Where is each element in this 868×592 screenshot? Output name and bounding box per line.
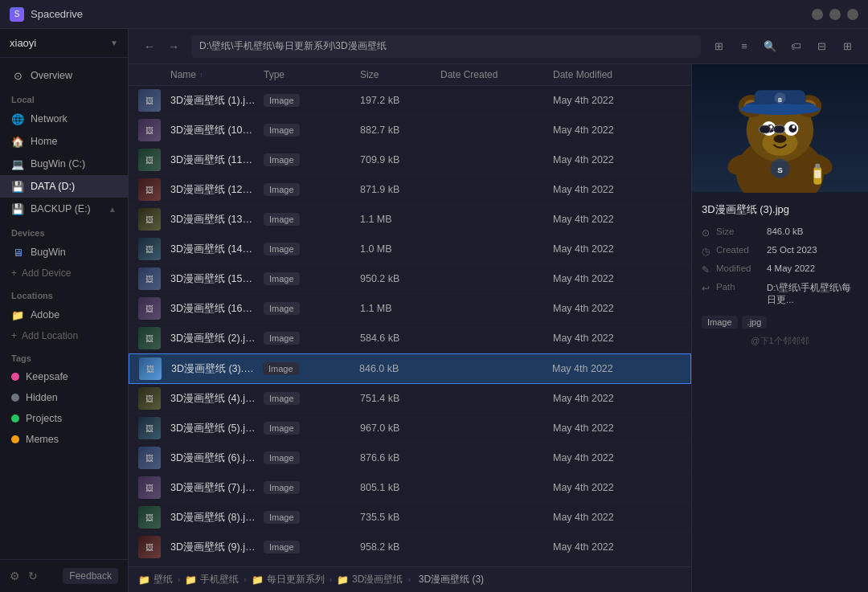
file-date-modified: May 4th 2022 <box>553 303 682 314</box>
table-row[interactable]: 🖼 3D漫画壁纸 (15).jpg Image 950.2 kB May 4th… <box>129 264 691 294</box>
file-date-modified: May 4th 2022 <box>553 214 682 225</box>
file-date-modified: May 4th 2022 <box>553 452 682 463</box>
svg-rect-29 <box>814 170 821 178</box>
sidebar-item-bugwin-c[interactable]: 💻 BugWin (C:) <box>0 153 128 175</box>
forward-button[interactable]: → <box>162 35 185 58</box>
add-device-button[interactable]: + Add Device <box>0 263 128 283</box>
sidebar-item-hidden[interactable]: Hidden <box>0 387 128 408</box>
breadcrumb-item[interactable]: 3D漫画壁纸 (3) <box>416 573 484 586</box>
feedback-button[interactable]: Feedback <box>63 568 118 584</box>
table-row[interactable]: 🖼 3D漫画壁纸 (14).jpg Image 1.0 MB May 4th 2… <box>129 235 691 264</box>
network-icon: 🌐 <box>11 112 24 125</box>
tag-button[interactable]: 🏷 <box>784 35 807 58</box>
titlebar-controls[interactable]: ─ □ ✕ <box>812 9 858 20</box>
main-content: ← → D:\壁纸\手机壁纸\每日更新系列\3D漫画壁纸 ⊞ ≡ 🔍 🏷 ⊟ ⊞ <box>129 29 868 592</box>
list-view-button[interactable]: ≡ <box>733 35 755 58</box>
meta-path-row: ↩ Path D:\壁纸\手机壁纸\每日更... <box>702 282 858 306</box>
file-type: Image <box>264 423 360 434</box>
breadcrumb-label: 3D漫画壁纸 (3) <box>419 573 484 586</box>
preview-image-container: B <box>692 64 868 193</box>
breadcrumb-label: 每日更新系列 <box>267 573 325 586</box>
breadcrumb-folder-icon: 📁 <box>337 574 349 586</box>
table-row[interactable]: 🖼 3D漫画壁纸 (2).jpg Image 584.6 kB May 4th … <box>129 324 691 353</box>
breadcrumb-label: 壁纸 <box>154 573 173 586</box>
breadcrumb-item[interactable]: 📁3D漫画壁纸 <box>337 573 403 586</box>
file-date-modified: May 4th 2022 <box>552 363 681 374</box>
filter-button[interactable]: ⊟ <box>810 35 833 58</box>
sidebar-item-bugwin-device[interactable]: 🖥 BugWin <box>0 241 128 263</box>
sidebar-item-projects[interactable]: Projects <box>0 408 128 429</box>
sidebar-label-network: Network <box>31 113 68 125</box>
file-thumbnail: 🖼 <box>138 417 161 439</box>
search-button[interactable]: 🔍 <box>759 35 781 58</box>
file-type: Image <box>264 154 360 165</box>
file-name: 3D漫画壁纸 (5).jpg <box>170 422 264 435</box>
svg-point-21 <box>774 135 787 143</box>
sidebar-item-network[interactable]: 🌐 Network <box>0 108 128 130</box>
add-device-label: Add Device <box>22 267 71 279</box>
sidebar-item-backup-e[interactable]: 💾 BACKUP (E:) ▲ <box>0 198 128 220</box>
maximize-button[interactable]: □ <box>829 9 841 20</box>
preview-meta: ⊙ Size 846.0 kB ◷ Created 25 Oct 2023 ✎ … <box>702 227 858 306</box>
table-row[interactable]: 🖼 3D漫画壁纸 (13).jpg Image 1.1 MB May 4th 2… <box>129 205 691 235</box>
col-date-created[interactable]: Date Created <box>440 69 553 80</box>
modified-icon: ✎ <box>702 264 710 276</box>
col-name[interactable]: Name ↑ <box>170 69 264 80</box>
meta-created-row: ◷ Created 25 Oct 2023 <box>702 245 858 257</box>
table-row[interactable]: 🖼 3D漫画壁纸 (4).jpg Image 751.4 kB May 4th … <box>129 384 691 414</box>
table-row[interactable]: 🖼 3D漫画壁纸 (5).jpg Image 967.0 kB May 4th … <box>129 414 691 443</box>
file-date-modified: May 4th 2022 <box>553 512 682 523</box>
table-row[interactable]: 🖼 3D漫画壁纸 (8).jpg Image 735.5 kB May 4th … <box>129 503 691 533</box>
file-date-modified: May 4th 2022 <box>553 184 682 195</box>
add-location-button[interactable]: + Add Location <box>0 326 128 345</box>
table-row[interactable]: 🖼 3D漫画壁纸 (9).jpg Image 958.2 kB May 4th … <box>129 533 691 562</box>
table-row[interactable]: 🖼 3D漫画壁纸 (10).jpg Image 882.7 kB May 4th… <box>129 116 691 145</box>
file-size: 846.0 kB <box>359 363 440 374</box>
sidebar-bottom: ⚙ ↻ Feedback <box>0 559 128 592</box>
breadcrumb-item[interactable]: 📁壁纸 <box>138 573 173 586</box>
breadcrumb-label: 3D漫画壁纸 <box>352 573 403 586</box>
sidebar-item-keepsafe[interactable]: Keepsafe <box>0 366 128 387</box>
file-thumbnail: 🖼 <box>138 536 161 558</box>
breadcrumb-item[interactable]: 📁手机壁纸 <box>185 573 239 586</box>
col-date-modified[interactable]: Date Modified <box>553 69 682 80</box>
file-name: 3D漫画壁纸 (4).jpg <box>170 392 264 406</box>
close-button[interactable]: ✕ <box>847 9 858 20</box>
breadcrumb-item[interactable]: 📁每日更新系列 <box>252 573 325 586</box>
settings-icon[interactable]: ⚙ <box>10 570 20 582</box>
sidebar-item-memes[interactable]: Memes <box>0 429 128 450</box>
location-adobe-icon: 📁 <box>11 308 24 321</box>
path-bar[interactable]: D:\壁纸\手机壁纸\每日更新系列\3D漫画壁纸 <box>191 35 701 58</box>
tag-image[interactable]: Image <box>702 316 738 329</box>
tag-keepsafe-dot <box>11 373 19 381</box>
file-list: 🖼 3D漫画壁纸 (1).jpg Image 197.2 kB May 4th … <box>129 86 691 566</box>
file-thumbnail: 🖼 <box>138 297 161 320</box>
file-thumbnail: 🖼 <box>139 357 162 380</box>
tag-jpg[interactable]: .jpg <box>742 316 768 329</box>
sync-icon[interactable]: ↻ <box>28 570 38 582</box>
back-button[interactable]: ← <box>138 35 161 58</box>
file-name: 3D漫画壁纸 (1).jpg <box>170 94 264 108</box>
table-row[interactable]: 🖼 3D漫画壁纸 (12).jpg Image 871.9 kB May 4th… <box>129 175 691 205</box>
table-row[interactable]: 🖼 3D漫画壁纸 (3).jpg Image 846.0 kB May 4th … <box>129 353 691 384</box>
path-value: D:\壁纸\手机壁纸\每日更... <box>767 282 858 306</box>
table-row[interactable]: 🖼 3D漫画壁纸 (11).jpg Image 709.9 kB May 4th… <box>129 145 691 175</box>
sidebar-item-adobe[interactable]: 📁 Adobe <box>0 304 128 326</box>
user-menu[interactable]: xiaoyi ▼ <box>0 29 128 58</box>
table-row[interactable]: 🖼 3D漫画壁纸 (1).jpg Image 197.2 kB May 4th … <box>129 86 691 116</box>
sidebar-item-home[interactable]: 🏠 Home <box>0 130 128 153</box>
sidebar-item-overview[interactable]: ⊙ Overview <box>0 64 128 87</box>
table-row[interactable]: 🖼 3D漫画壁纸 (7).jpg Image 805.1 kB May 4th … <box>129 473 691 503</box>
minimize-button[interactable]: ─ <box>812 9 823 20</box>
table-row[interactable]: 🖼 3D漫画壁纸 (16).jpg Image 1.1 MB May 4th 2… <box>129 294 691 324</box>
file-thumbnail: 🖼 <box>138 208 161 231</box>
sidebar-label-keepsafe: Keepsafe <box>26 371 68 382</box>
more-options-button[interactable]: ⊞ <box>836 35 858 58</box>
breadcrumb-separator: › <box>178 575 180 584</box>
grid-view-button[interactable]: ⊞ <box>707 35 730 58</box>
sidebar-item-data-d[interactable]: 💾 DATA (D:) <box>0 175 128 198</box>
col-size[interactable]: Size <box>360 69 440 80</box>
table-row[interactable]: 🖼 3D漫画壁纸 (6).jpg Image 876.6 kB May 4th … <box>129 443 691 473</box>
col-type[interactable]: Type <box>264 69 360 80</box>
toolbar: ← → D:\壁纸\手机壁纸\每日更新系列\3D漫画壁纸 ⊞ ≡ 🔍 🏷 ⊟ ⊞ <box>129 29 868 64</box>
